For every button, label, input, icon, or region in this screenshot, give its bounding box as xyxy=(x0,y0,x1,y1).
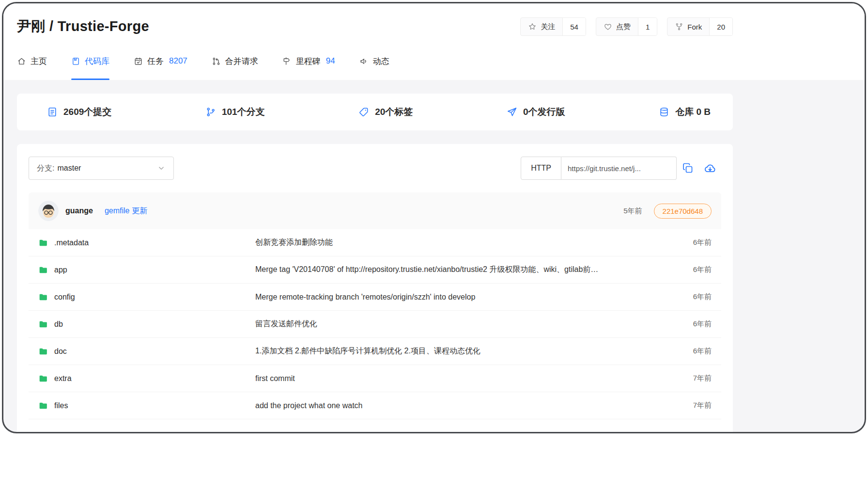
stat-releases-label: 0个发行版 xyxy=(523,106,565,118)
stat-releases[interactable]: 0个发行版 xyxy=(507,106,565,118)
copy-url-button[interactable] xyxy=(677,157,699,180)
tab-code[interactable]: 代码库 xyxy=(71,50,109,80)
file-row[interactable]: app Merge tag 'V20140708' of http://repo… xyxy=(29,256,721,284)
latest-commit-row: guange gemfile 更新 5年前 221e70d648 xyxy=(29,192,721,229)
avatar[interactable] xyxy=(38,201,59,221)
file-browser-toolbar: 分支: master HTTP xyxy=(29,157,721,180)
file-commit-message: add the project what one watch xyxy=(255,401,665,410)
tab-activity-label: 动态 xyxy=(373,56,389,67)
tab-issues-count: 8207 xyxy=(169,56,187,66)
file-commit-message: first commit xyxy=(255,374,665,383)
watch-count[interactable]: 54 xyxy=(562,18,586,35)
file-row[interactable]: db 留言发送邮件优化 6年前 xyxy=(29,311,721,338)
file-name: config xyxy=(54,293,75,302)
protocol-button[interactable]: HTTP xyxy=(521,157,561,180)
heart-icon xyxy=(604,22,612,31)
stat-repo-size[interactable]: 仓库 0 B xyxy=(659,106,711,118)
file-commit-time: 6年前 xyxy=(665,319,712,329)
stat-commits[interactable]: 2609个提交 xyxy=(47,106,111,118)
file-commit-message: 留言发送邮件优化 xyxy=(255,319,665,329)
file-name: app xyxy=(54,266,67,274)
tab-issues[interactable]: 任务 8207 xyxy=(134,50,187,80)
file-commit-message: 1.添加文档 2.邮件中缺陷序号计算机制优化 2.项目、课程动态优化 xyxy=(255,346,665,356)
cloud-download-icon xyxy=(704,162,716,175)
file-browser-card: 分支: master HTTP xyxy=(17,144,733,433)
praise-count[interactable]: 1 xyxy=(638,18,657,35)
home-icon xyxy=(17,57,26,66)
file-commit-time: 6年前 xyxy=(665,292,712,302)
commit-message-link[interactable]: gemfile 更新 xyxy=(105,206,147,216)
tab-home[interactable]: 主页 xyxy=(17,50,47,80)
header-actions: 关注 54 点赞 1 xyxy=(520,17,733,36)
file-name: extra xyxy=(54,374,72,383)
file-row[interactable]: .metadata 创新竞赛添加删除功能 6年前 xyxy=(29,229,721,256)
tab-milestones-count: 94 xyxy=(326,56,335,66)
file-commit-message: Merge remote-tracking branch 'remotes/or… xyxy=(255,293,665,302)
file-row[interactable]: doc 1.添加文档 2.邮件中缺陷序号计算机制优化 2.项目、课程动态优化 6… xyxy=(29,338,721,365)
file-commit-time: 7年前 xyxy=(665,374,712,383)
commits-icon xyxy=(47,107,58,117)
folder-icon xyxy=(38,292,48,302)
repo-icon xyxy=(71,57,80,66)
folder-icon xyxy=(38,265,48,275)
clone-url-input[interactable] xyxy=(561,157,677,180)
file-commit-time: 7年前 xyxy=(665,401,712,410)
folder-icon xyxy=(38,401,48,411)
file-commit-time: 6年前 xyxy=(665,265,712,274)
file-row[interactable]: config Merge remote-tracking branch 'rem… xyxy=(29,284,721,311)
branch-selector[interactable]: 分支: master xyxy=(29,157,174,180)
stat-tags-label: 20个标签 xyxy=(375,106,413,118)
commit-hash-badge[interactable]: 221e70d648 xyxy=(654,204,712,219)
tab-home-label: 主页 xyxy=(31,56,47,67)
stat-tags[interactable]: 20个标签 xyxy=(358,106,413,118)
fork-icon xyxy=(675,22,683,31)
repo-body: 2609个提交 101个分支 20个标签 xyxy=(3,80,865,433)
commit-author[interactable]: guange xyxy=(65,207,93,215)
file-commit-message: 创新竞赛添加删除功能 xyxy=(255,238,665,248)
file-row[interactable]: files add the project what one watch 7年前 xyxy=(29,392,721,419)
folder-icon xyxy=(38,238,48,248)
praise-label: 点赞 xyxy=(616,22,631,32)
folder-icon xyxy=(38,319,48,329)
star-icon xyxy=(528,22,537,31)
stat-commits-label: 2609个提交 xyxy=(63,106,111,118)
fork-button[interactable]: Fork 20 xyxy=(667,17,733,36)
repo-header: 尹刚 / Trustie-Forge 关注 54 xyxy=(3,3,865,80)
merge-request-icon xyxy=(212,57,221,66)
tab-code-label: 代码库 xyxy=(85,56,109,67)
tab-pulls-label: 合并请求 xyxy=(225,56,258,67)
tag-icon xyxy=(358,107,369,117)
repo-stats-bar: 2609个提交 101个分支 20个标签 xyxy=(17,94,733,130)
watch-button[interactable]: 关注 54 xyxy=(520,17,586,36)
tab-milestones[interactable]: 里程碑 94 xyxy=(282,50,335,80)
stat-branches-label: 101个分支 xyxy=(222,106,265,118)
task-icon xyxy=(134,57,143,66)
file-commit-time: 6年前 xyxy=(665,347,712,356)
file-name: db xyxy=(54,320,63,329)
copy-icon xyxy=(682,162,694,174)
fork-count[interactable]: 20 xyxy=(709,18,732,35)
stat-branches[interactable]: 101个分支 xyxy=(205,106,265,118)
tab-activity[interactable]: 动态 xyxy=(359,50,389,80)
branch-label: 分支: xyxy=(37,163,54,174)
file-row[interactable]: extra first commit 7年前 xyxy=(29,365,721,392)
branch-icon xyxy=(205,107,216,117)
file-name: files xyxy=(54,401,68,410)
clone-url-group: HTTP xyxy=(521,157,721,180)
activity-icon xyxy=(359,57,369,66)
fork-label: Fork xyxy=(687,23,702,31)
file-list: .metadata 创新竞赛添加删除功能 6年前 app Merge tag '… xyxy=(29,229,721,419)
database-icon xyxy=(659,107,669,117)
download-button[interactable] xyxy=(699,157,721,180)
release-icon xyxy=(507,107,517,117)
praise-button[interactable]: 点赞 1 xyxy=(596,17,657,36)
stat-repo-size-label: 仓库 0 B xyxy=(675,106,711,118)
repo-tabs: 主页 代码库 任务 8207 xyxy=(17,50,733,80)
page-title[interactable]: 尹刚 / Trustie-Forge xyxy=(17,17,149,36)
tab-issues-label: 任务 xyxy=(147,56,164,67)
branch-value: master xyxy=(57,164,81,173)
watch-label: 关注 xyxy=(541,22,555,32)
tab-milestones-label: 里程碑 xyxy=(296,56,321,67)
file-name: .metadata xyxy=(54,239,89,247)
tab-pulls[interactable]: 合并请求 xyxy=(212,50,258,80)
